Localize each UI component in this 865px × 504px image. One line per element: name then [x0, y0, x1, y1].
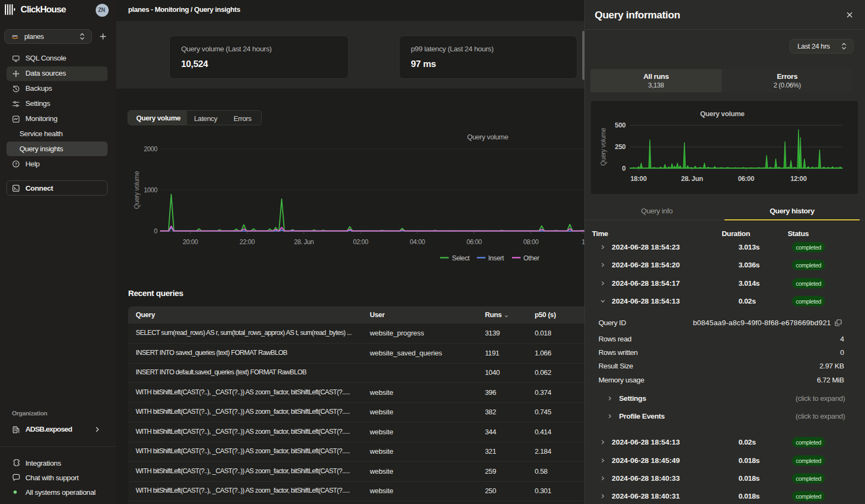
- svg-text:?: ?: [15, 162, 17, 166]
- svg-text:2000: 2000: [144, 145, 158, 153]
- svg-text:Query volume: Query volume: [467, 133, 508, 141]
- svg-text:02:00: 02:00: [353, 238, 369, 246]
- svg-text:08:00: 08:00: [523, 238, 539, 246]
- svg-text:Query volume: Query volume: [600, 127, 607, 166]
- svg-text:Select: Select: [452, 254, 470, 262]
- svg-text:06:00: 06:00: [738, 175, 754, 183]
- svg-text:0: 0: [622, 164, 626, 172]
- svg-text:aws: aws: [12, 34, 18, 37]
- svg-text:Insert: Insert: [488, 254, 504, 262]
- svg-text:1000: 1000: [144, 186, 158, 194]
- svg-text:20:00: 20:00: [183, 238, 198, 246]
- svg-text:22:00: 22:00: [239, 238, 255, 246]
- svg-text:500: 500: [615, 122, 626, 129]
- svg-text:18:00: 18:00: [630, 175, 647, 183]
- svg-text:12:00: 12:00: [790, 175, 807, 183]
- svg-text:28. Jun: 28. Jun: [681, 175, 703, 183]
- svg-text:04:00: 04:00: [410, 238, 425, 246]
- svg-text:Query volume: Query volume: [700, 110, 744, 118]
- svg-text:28. Jun: 28. Jun: [294, 238, 314, 246]
- svg-text:0: 0: [154, 227, 158, 235]
- svg-text:Other: Other: [523, 254, 539, 262]
- svg-text:06:00: 06:00: [467, 238, 482, 246]
- svg-text:Query volume: Query volume: [133, 171, 141, 209]
- svg-text:250: 250: [615, 143, 626, 151]
